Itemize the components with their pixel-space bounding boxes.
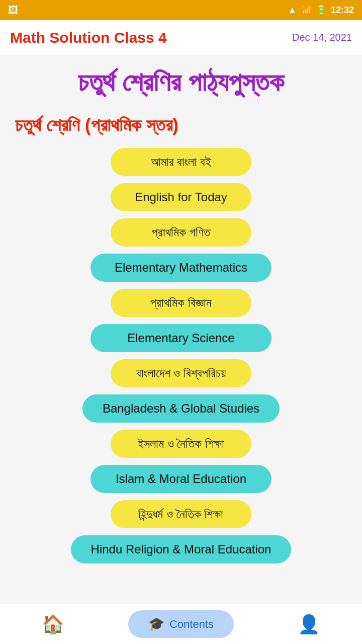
list-item: Elementary Science	[15, 324, 347, 355]
book-button-elementary-science[interactable]: Elementary Science	[90, 324, 272, 352]
book-button-hindu-religion-moral[interactable]: Hindu Religion & Moral Education	[71, 535, 292, 564]
list-item: English for Today	[15, 183, 347, 214]
list-item: আমার বাংলা বই	[15, 148, 347, 179]
status-bar-right: ▲ 📶 🔋 12:32	[288, 5, 354, 16]
app-title: Math Solution Class 4	[10, 29, 167, 46]
bottom-nav: 🏠 🎓 Contents 👤	[0, 604, 362, 644]
contents-button[interactable]: 🎓 Contents	[128, 610, 234, 638]
book-button-amar-bangla[interactable]: আমার বাংলা বই	[111, 148, 251, 176]
signal-icon: 📶	[301, 5, 312, 16]
list-item: Hindu Religion & Moral Education	[15, 535, 347, 567]
wifi-icon: ▲	[288, 5, 297, 16]
list-item: Islam & Moral Education	[15, 465, 347, 496]
subtitle: চতুর্থ শ্রেণি (প্রাথমিক স্তর)	[15, 115, 347, 136]
book-button-prathomik-gonit[interactable]: প্রাথমিক গণিত	[111, 218, 251, 247]
main-content: চতুর্থ শ্রেণির পাঠ্যপুস্তক চতুর্থ শ্রেণি…	[0, 55, 362, 604]
book-button-bangladesh-o-bishwa[interactable]: বাংলাদেশ ও বিশ্বপরিচয়	[111, 359, 251, 387]
list-item: প্রাথমিক বিজ্ঞান	[15, 289, 347, 320]
contents-hat-icon: 🎓	[148, 616, 164, 632]
book-list: আমার বাংলা বই English for Today প্রাথমিক…	[15, 148, 347, 571]
book-button-prathomik-biggan[interactable]: প্রাথমিক বিজ্ঞান	[111, 289, 251, 317]
main-heading: চতুর্থ শ্রেণির পাঠ্যপুস্তক	[15, 65, 347, 100]
status-bar-left: 🖼	[8, 5, 18, 16]
book-button-islam-moral-education[interactable]: Islam & Moral Education	[90, 465, 272, 493]
top-bar: Math Solution Class 4 Dec 14, 2021	[0, 20, 362, 55]
date-display: Dec 14, 2021	[292, 32, 352, 43]
time-display: 12:32	[331, 5, 354, 16]
profile-icon[interactable]: 👤	[298, 614, 320, 635]
book-button-english-for-today[interactable]: English for Today	[111, 183, 251, 211]
list-item: প্রাথমিক গণিত	[15, 218, 347, 250]
home-icon[interactable]: 🏠	[42, 614, 64, 635]
list-item: Elementary Mathematics	[15, 254, 347, 285]
book-button-bangladesh-global-studies[interactable]: Bangladesh & Global Studies	[82, 394, 280, 423]
book-button-elementary-mathematics[interactable]: Elementary Mathematics	[90, 254, 272, 282]
status-bar: 🖼 ▲ 📶 🔋 12:32	[0, 0, 362, 20]
book-button-hindu-dhorm-o-noitik[interactable]: হিন্দুধর্ম ও নৈতিক শিক্ষা	[111, 500, 251, 528]
list-item: Bangladesh & Global Studies	[15, 394, 347, 426]
book-button-islam-o-noitik[interactable]: ইসলাম ও নৈতিক শিক্ষা	[111, 430, 251, 458]
list-item: হিন্দুধর্ম ও নৈতিক শিক্ষা	[15, 500, 347, 531]
contents-label: Contents	[169, 618, 214, 631]
list-item: বাংলাদেশ ও বিশ্বপরিচয়	[15, 359, 347, 390]
battery-icon: 🔋	[316, 5, 327, 16]
list-item: ইসলাম ও নৈতিক শিক্ষা	[15, 430, 347, 461]
